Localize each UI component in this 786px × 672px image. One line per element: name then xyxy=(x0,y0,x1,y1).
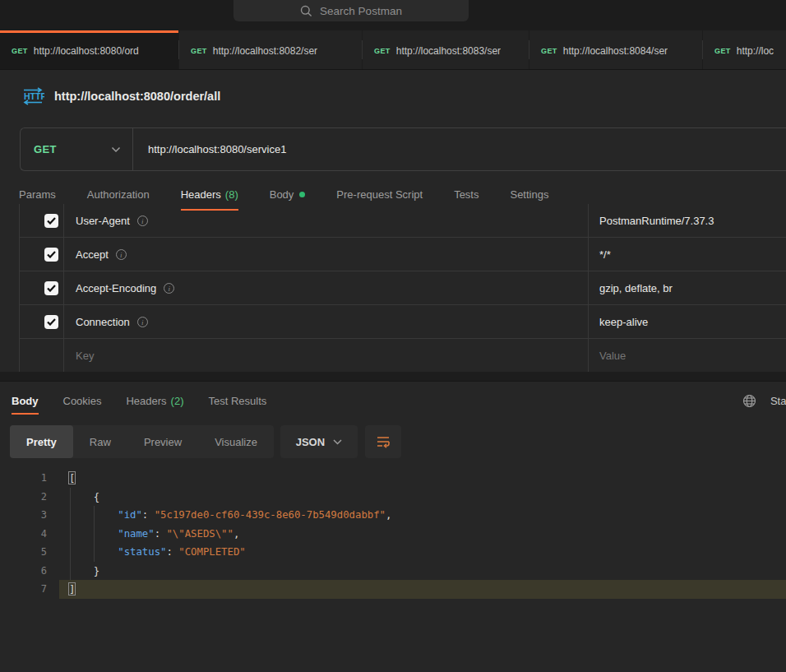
view-raw-button[interactable]: Raw xyxy=(73,425,127,458)
json-key: "status" xyxy=(118,546,166,558)
top-bar: Search Postman xyxy=(0,0,786,30)
header-value-cell[interactable]: keep-alive xyxy=(589,305,786,338)
checkbox-cell xyxy=(20,238,64,271)
code-line: 1 [ xyxy=(0,469,786,488)
info-icon: i xyxy=(116,249,127,260)
search-icon xyxy=(300,5,312,17)
code-line: 4 "name": "\"ASEDS\"", xyxy=(0,525,786,544)
response-tab-body[interactable]: Body xyxy=(12,382,39,419)
line-number: 5 xyxy=(0,543,59,562)
json-value: "\"ASEDS\"" xyxy=(166,528,233,540)
new-header-value-input[interactable]: Value xyxy=(589,339,786,372)
code-line-active: 7 ] xyxy=(0,580,786,599)
header-key-cell[interactable]: Accept i xyxy=(64,238,589,271)
header-key-cell[interactable]: Accept-Encoding i xyxy=(64,271,589,304)
response-section-tabs: Body Cookies Headers (2) Test Results St… xyxy=(12,382,786,419)
method-label: GET xyxy=(191,47,207,55)
header-key: Connection xyxy=(76,316,130,328)
search-input[interactable]: Search Postman xyxy=(233,0,469,21)
view-mode-group: Pretty Raw Preview Visualize xyxy=(10,425,274,458)
response-tab-headers[interactable]: Headers (2) xyxy=(126,382,183,419)
view-visualize-button[interactable]: Visualize xyxy=(198,425,274,458)
header-enabled-checkbox[interactable] xyxy=(44,248,58,262)
header-value-cell[interactable]: PostmanRuntime/7.37.3 xyxy=(589,204,786,237)
request-tab-1[interactable]: GET http://localhost:8080/ord xyxy=(0,30,178,69)
header-enabled-checkbox[interactable] xyxy=(44,281,58,295)
response-headers-count-badge: (2) xyxy=(171,395,184,407)
header-value: */* xyxy=(599,248,611,261)
close-bracket: ] xyxy=(68,582,76,596)
header-enabled-checkbox[interactable] xyxy=(44,315,58,329)
tab-label: Settings xyxy=(510,188,548,201)
header-value: PostmanRuntime/7.37.3 xyxy=(599,215,714,227)
svg-text:HTTP: HTTP xyxy=(24,91,44,101)
headers-count-badge: (8) xyxy=(225,188,238,201)
header-value: keep-alive xyxy=(599,316,648,328)
table-row: User-Agent i PostmanRuntime/7.37.3 xyxy=(19,204,786,238)
request-tab-5[interactable]: GET http://loc xyxy=(703,30,786,69)
table-row: Connection i keep-alive xyxy=(19,305,786,339)
code-line: 5 "status": "COMPLETED" xyxy=(0,543,786,562)
checkbox-cell xyxy=(20,204,64,237)
tab-label: Test Results xyxy=(209,395,267,407)
request-title-row: HTTP http://localhost:8080/order/all xyxy=(0,70,786,123)
view-pretty-button[interactable]: Pretty xyxy=(10,425,73,458)
http-request-icon: HTTP xyxy=(21,87,44,105)
header-value: gzip, deflate, br xyxy=(599,282,673,294)
response-toolbar: Pretty Raw Preview Visualize JSON xyxy=(10,425,786,458)
request-title: http://localhost:8080/order/all xyxy=(54,90,220,103)
seg-label: Visualize xyxy=(215,436,257,448)
tab-url: http://loc xyxy=(737,45,774,57)
header-key: User-Agent xyxy=(76,215,130,227)
line-number: 6 xyxy=(0,562,59,581)
response-meta: Stat xyxy=(742,382,786,419)
method-select[interactable]: GET xyxy=(21,128,133,170)
response-body-viewer[interactable]: 1 [ 2 { 3 "id": "5c197de0-cf60-439c-8e60… xyxy=(0,469,786,672)
pane-divider[interactable] xyxy=(0,372,786,382)
header-key-cell[interactable]: Connection i xyxy=(64,305,589,338)
header-value-cell[interactable]: */* xyxy=(589,238,786,271)
request-tab-2[interactable]: GET http://localhost:8082/ser xyxy=(179,30,362,69)
response-tab-test-results[interactable]: Test Results xyxy=(209,382,267,419)
header-value-cell[interactable]: gzip, deflate, br xyxy=(589,271,786,304)
request-tab-3[interactable]: GET http://localhost:8083/ser xyxy=(363,30,529,69)
seg-label: Raw xyxy=(90,436,111,448)
checkbox-cell xyxy=(20,339,64,372)
checkbox-cell xyxy=(20,305,64,338)
header-key-cell[interactable]: User-Agent i xyxy=(64,204,589,237)
tab-url: http://localhost:8080/ord xyxy=(34,45,139,57)
status-label: Stat xyxy=(770,395,786,407)
format-select[interactable]: JSON xyxy=(280,425,358,458)
line-number: 1 xyxy=(0,469,59,488)
code-line: 2 { xyxy=(0,488,786,507)
search-placeholder: Search Postman xyxy=(320,5,402,17)
json-value: "COMPLETED" xyxy=(178,546,245,558)
tab-label: Authorization xyxy=(87,188,150,201)
globe-icon[interactable] xyxy=(742,394,756,408)
response-tab-cookies[interactable]: Cookies xyxy=(63,382,102,419)
indent-guide xyxy=(70,488,71,581)
open-bracket: [ xyxy=(68,471,76,484)
wrap-line-button[interactable] xyxy=(365,425,401,458)
headers-table: User-Agent i PostmanRuntime/7.37.3 Accep… xyxy=(19,204,786,373)
header-enabled-checkbox[interactable] xyxy=(44,214,58,228)
key-placeholder: Key xyxy=(76,350,94,362)
header-key: Accept xyxy=(76,248,109,261)
body-present-dot xyxy=(299,192,305,197)
view-preview-button[interactable]: Preview xyxy=(127,425,198,458)
table-row: Accept-Encoding i gzip, deflate, br xyxy=(19,271,786,305)
tab-label: Cookies xyxy=(63,395,102,407)
table-row: Accept i */* xyxy=(19,238,786,271)
url-input[interactable]: http://localhost:8080/service1 xyxy=(133,128,786,170)
tab-label: Body xyxy=(270,188,294,201)
line-number: 7 xyxy=(0,580,59,599)
info-icon: i xyxy=(137,216,148,226)
open-brace: { xyxy=(94,491,99,503)
request-tab-4[interactable]: GET http://localhost:8084/ser xyxy=(529,30,702,69)
tab-url: http://localhost:8084/ser xyxy=(563,45,668,57)
new-header-key-input[interactable]: Key xyxy=(64,339,589,372)
tab-label: Pre-request Script xyxy=(336,188,423,201)
tab-label: Tests xyxy=(454,188,479,201)
line-number: 2 xyxy=(0,488,59,507)
json-key: "id" xyxy=(118,509,142,521)
